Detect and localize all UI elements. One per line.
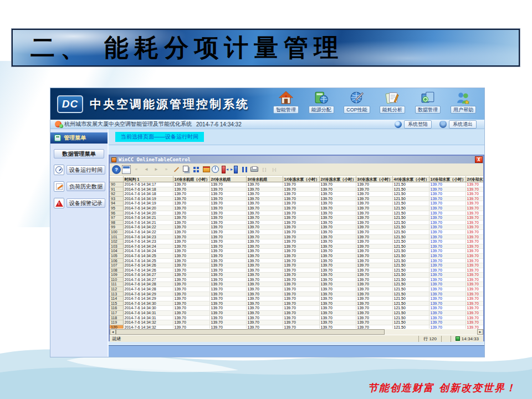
cell-value[interactable]: 139.70 <box>356 306 392 311</box>
cell-value[interactable]: 139.70 <box>246 258 283 263</box>
row-number[interactable]: 105 <box>110 253 123 258</box>
cell-time[interactable]: 2014-7-6 14:34:25 <box>123 258 173 263</box>
cell-value[interactable]: 139.70 <box>356 296 392 301</box>
sidebar-item-load-history[interactable]: 负荷历史数据 <box>54 181 105 192</box>
cell-value[interactable]: 139.70 <box>209 253 246 258</box>
system-logout-button[interactable]: 系统退出 <box>439 120 477 129</box>
cell-value[interactable]: 139.70 <box>209 192 246 197</box>
cell-value[interactable]: 139.70 <box>466 196 483 201</box>
cell-value[interactable]: 139.70 <box>466 287 483 292</box>
table-row[interactable]: 1112014-7-6 14:34:28139.70139.70139.7013… <box>110 282 483 287</box>
column-header[interactable]: 时间列 1 <box>123 177 173 182</box>
cell-time[interactable]: 2014-7-6 14:34:31 <box>123 311 173 316</box>
row-number[interactable]: 106 <box>110 258 123 263</box>
table-row[interactable]: 1002014-7-6 14:34:22139.70139.70139.7013… <box>110 229 483 234</box>
table-row[interactable]: 1152014-7-6 14:34:30139.70139.70139.7013… <box>110 301 483 306</box>
clock-range-icon[interactable] <box>212 166 219 173</box>
cell-value[interactable]: 139.70 <box>173 315 209 320</box>
table-row[interactable]: 1162014-7-6 14:34:30139.70139.70139.7013… <box>110 306 483 311</box>
cell-value[interactable]: 139.70 <box>209 301 246 306</box>
scrollbar-thumb[interactable] <box>116 329 385 335</box>
cell-time[interactable]: 2014-7-6 14:34:26 <box>123 263 173 268</box>
cell-value[interactable]: 139.70 <box>209 291 246 296</box>
cell-value[interactable]: 139.70 <box>209 187 246 192</box>
cell-value[interactable]: 139.70 <box>209 258 246 263</box>
cell-value[interactable]: 139.70 <box>319 291 356 296</box>
cell-value[interactable]: 139.70 <box>173 325 209 329</box>
row-number[interactable]: 100 <box>110 229 123 234</box>
cell-value[interactable]: 139.70 <box>283 315 319 320</box>
cell-value[interactable]: 139.70 <box>429 244 466 249</box>
cell-value[interactable]: 139.70 <box>209 206 246 211</box>
cell-value[interactable]: 139.70 <box>356 229 392 234</box>
cell-value[interactable]: 121.50 <box>392 234 429 239</box>
cell-value[interactable]: 139.70 <box>429 201 466 206</box>
table-row[interactable]: 952014-7-6 14:34:20139.70139.70139.70139… <box>110 206 483 211</box>
cell-value[interactable]: 139.70 <box>209 211 246 216</box>
cell-value[interactable]: 139.70 <box>466 249 483 254</box>
cell-value[interactable]: 139.70 <box>173 273 209 278</box>
cell-value[interactable]: 121.50 <box>392 268 429 273</box>
table-row[interactable]: 1182014-7-6 14:34:31139.70139.70139.7013… <box>110 315 483 320</box>
cell-value[interactable]: 139.70 <box>283 201 319 206</box>
cell-value[interactable]: 139.70 <box>246 325 283 329</box>
cell-value[interactable]: 139.70 <box>429 225 466 230</box>
cell-value[interactable]: 121.50 <box>392 315 429 320</box>
cell-value[interactable]: 139.70 <box>429 311 466 316</box>
sidebar-item-data-management-menu[interactable]: 数据管理菜单 <box>54 149 104 158</box>
cell-value[interactable]: 139.70 <box>246 229 283 234</box>
cell-time[interactable]: 2014-7-6 14:34:20 <box>123 206 173 211</box>
cell-value[interactable]: 139.70 <box>319 320 356 325</box>
cell-value[interactable]: 139.70 <box>246 239 283 244</box>
cell-value[interactable]: 139.70 <box>173 301 209 306</box>
pause-icon[interactable] <box>240 165 249 174</box>
cell-value[interactable]: 139.70 <box>319 182 356 187</box>
cell-value[interactable]: 139.70 <box>466 182 483 187</box>
cell-value[interactable]: 139.70 <box>173 291 209 296</box>
cell-time[interactable]: 2014-7-6 14:34:26 <box>123 268 173 273</box>
cell-value[interactable]: 139.70 <box>246 225 283 230</box>
cell-time[interactable]: 2014-7-6 14:34:32 <box>123 320 173 325</box>
cell-value[interactable]: 139.70 <box>356 282 392 287</box>
cell-value[interactable]: 139.70 <box>319 311 356 316</box>
cell-value[interactable]: 139.70 <box>319 273 356 278</box>
cell-value[interactable]: 139.70 <box>356 225 392 230</box>
cell-value[interactable]: 139.70 <box>173 211 209 216</box>
cell-value[interactable]: 139.70 <box>429 229 466 234</box>
close-icon[interactable]: X <box>475 156 483 163</box>
cell-time[interactable]: 2014-7-6 14:34:32 <box>123 325 173 329</box>
cell-value[interactable]: 139.70 <box>466 277 483 282</box>
cell-value[interactable]: 139.70 <box>319 301 356 306</box>
cell-value[interactable]: 139.70 <box>356 239 392 244</box>
cell-value[interactable]: 139.70 <box>283 253 319 258</box>
cell-value[interactable]: 139.70 <box>246 311 283 316</box>
cell-value[interactable]: 139.70 <box>173 216 209 221</box>
cell-value[interactable]: 139.70 <box>209 315 246 320</box>
row-number[interactable]: 97 <box>110 216 123 221</box>
cell-value[interactable]: 139.70 <box>209 234 246 239</box>
cell-value[interactable]: 139.70 <box>466 315 483 320</box>
row-number[interactable]: 110 <box>110 277 123 282</box>
collapse-rows-icon[interactable]: |-| <box>270 165 279 174</box>
row-number[interactable]: 94 <box>110 201 123 206</box>
cell-value[interactable]: 139.70 <box>429 315 466 320</box>
cell-value[interactable]: 139.70 <box>209 320 246 325</box>
cell-value[interactable]: 139.70 <box>429 211 466 216</box>
cell-time[interactable]: 2014-7-6 14:34:25 <box>123 253 173 258</box>
cell-value[interactable]: 139.70 <box>356 192 392 197</box>
cell-value[interactable]: 139.70 <box>319 306 356 311</box>
cell-value[interactable]: 139.70 <box>429 282 466 287</box>
cell-time[interactable]: 2014-7-6 14:34:22 <box>123 225 173 230</box>
cell-value[interactable]: 139.70 <box>283 282 319 287</box>
cell-value[interactable]: 139.70 <box>319 268 356 273</box>
cell-time[interactable]: 2014-7-6 14:34:19 <box>123 201 173 206</box>
cell-value[interactable]: 139.70 <box>246 244 283 249</box>
cell-value[interactable]: 139.70 <box>429 301 466 306</box>
cell-value[interactable]: 139.70 <box>209 306 246 311</box>
cell-value[interactable]: 139.70 <box>466 220 483 225</box>
cell-value[interactable]: 139.70 <box>283 263 319 268</box>
cell-value[interactable]: 139.70 <box>429 306 466 311</box>
table-row[interactable]: 1202014-7-6 14:34:32139.70139.70139.7013… <box>110 325 483 329</box>
row-number[interactable]: 119 <box>110 320 123 325</box>
cell-value[interactable]: 139.70 <box>283 268 319 273</box>
